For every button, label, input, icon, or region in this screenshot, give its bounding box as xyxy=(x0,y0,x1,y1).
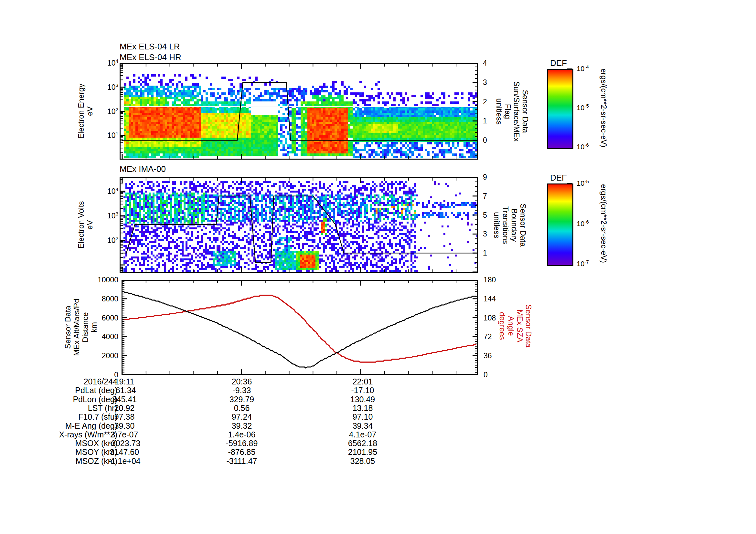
sza-ytick: 36 xyxy=(483,352,492,360)
exponent: 2 xyxy=(116,236,118,241)
table-cell: 19:11 xyxy=(89,377,160,386)
els-right-axis-label: Sensor DataSun/Surface/MExFlagunitless xyxy=(495,81,530,142)
axis-label-line: Distance xyxy=(81,298,90,356)
table-cell: 97.10 xyxy=(327,413,398,421)
exponent: -5 xyxy=(584,103,589,109)
ima-flag-tick: 9 xyxy=(483,173,487,181)
exponent: -6 xyxy=(584,142,589,148)
axis-label-line: Sensor Data xyxy=(63,298,72,356)
els-ytick: 102 xyxy=(74,108,118,115)
sza-ytick: 0 xyxy=(483,371,488,379)
table-cell: 1.4e-06 xyxy=(206,430,277,439)
table-cell: 20.92 xyxy=(89,404,160,413)
alt-ytick: 6000 xyxy=(74,314,118,322)
axis-label-line: Transitions xyxy=(501,204,510,246)
axis-label-line: unitless xyxy=(495,81,503,142)
els-spectrogram-canvas xyxy=(120,63,478,160)
table-cell: 13.18 xyxy=(327,404,398,413)
exponent: -7 xyxy=(584,259,589,265)
sza-ytick: 108 xyxy=(483,314,496,322)
els-flag-tick: 4 xyxy=(483,59,487,67)
ima-flag-tick: 1 xyxy=(483,249,487,257)
table-cell: 0.56 xyxy=(206,404,277,413)
table-cell: 130.49 xyxy=(327,395,398,404)
axis-label-line: MEx Alt/Mars/Pd xyxy=(72,298,81,356)
table-cell: -3023.73 xyxy=(89,439,160,448)
alt-ytick: 4000 xyxy=(74,333,118,341)
alt-ytick: 10000 xyxy=(74,276,118,284)
ima-panel-title: MEx IMA-00 xyxy=(120,164,166,174)
sza-ytick: 144 xyxy=(483,295,496,303)
table-cell: -876.85 xyxy=(206,448,277,456)
ima-flag-tick: 5 xyxy=(483,211,487,219)
ima-right-axis-label: Sensor DataBoundaryTransitionsunitless xyxy=(493,204,527,246)
exponent: 4 xyxy=(116,187,118,192)
axis-label-line: Angle xyxy=(507,304,516,347)
els-flag-tick: 3 xyxy=(483,79,487,86)
axis-label-line: Sensor Data xyxy=(524,304,533,347)
els-title-line1: MEx ELS-04 LR xyxy=(120,41,181,52)
ima-flag-tick: 3 xyxy=(483,230,487,238)
ima-ytick: 103 xyxy=(74,212,118,220)
table-cell: 39.30 xyxy=(89,421,160,430)
axis-label-line: unitless xyxy=(493,204,501,246)
els-flag-tick: 1 xyxy=(483,117,487,125)
sza-right-axis-label: Sensor DataMEx SZAAngledegrees xyxy=(498,304,533,347)
colorbar-ima-title: DEF xyxy=(550,174,567,182)
axis-label-line: degrees xyxy=(498,304,507,347)
sza-ytick: 180 xyxy=(483,276,496,284)
colorbar-tick: 10-4 xyxy=(577,65,589,73)
colorbar-ima-unit-label: ergs/(cm**2-sr-sec-eV) xyxy=(600,184,608,263)
els-panel-title: MEx ELS-04 LR MEx ELS-04 HR xyxy=(120,41,181,63)
table-cell: 2101.95 xyxy=(327,448,398,456)
ima-ytick: 102 xyxy=(74,237,118,244)
colorbar-els-title: DEF xyxy=(550,59,567,67)
colorbar-tick: 10-6 xyxy=(577,143,589,151)
colorbar-els xyxy=(547,69,573,149)
axis-label-line: Boundary xyxy=(510,204,519,246)
ima-ytick: 104 xyxy=(74,187,118,195)
table-cell: -3111.47 xyxy=(206,457,277,466)
els-title-line2: MEx ELS-04 HR xyxy=(120,52,181,63)
colorbar-ima xyxy=(547,184,573,266)
plot-page: MEx ELS-04 LR MEx ELS-04 HR MEx IMA-00 E… xyxy=(0,0,756,534)
table-cell: 20:36 xyxy=(206,377,277,386)
table-cell: 6562.18 xyxy=(327,439,398,448)
axis-label-line: Sensor Data xyxy=(519,204,527,246)
colorbar-tick: 10-5 xyxy=(577,104,589,112)
els-ytick: 101 xyxy=(74,132,118,139)
table-cell: -61.34 xyxy=(89,386,160,395)
table-cell: 345.41 xyxy=(89,395,160,404)
table-cell: -17.10 xyxy=(327,386,398,395)
table-cell: -9.33 xyxy=(206,386,277,395)
ima-spectrogram-canvas xyxy=(120,177,478,273)
altitude-y-axis-label: Sensor DataMEx Alt/Mars/PdDistancekm xyxy=(63,298,98,356)
exponent: 3 xyxy=(116,82,118,88)
exponent: 4 xyxy=(116,58,118,64)
table-cell: 3.7e-07 xyxy=(89,430,160,439)
table-cell: 4.1e-07 xyxy=(327,430,398,439)
table-cell: 97.24 xyxy=(206,413,277,421)
colorbar-tick: 10-6 xyxy=(577,220,589,228)
table-cell: 97.38 xyxy=(89,413,160,421)
axis-label-line: Flag xyxy=(503,81,512,142)
exponent: 3 xyxy=(116,211,118,216)
exponent: -5 xyxy=(584,179,589,184)
axis-label-line: km xyxy=(90,298,98,356)
exponent: 2 xyxy=(116,107,118,112)
table-cell: -5916.89 xyxy=(206,439,277,448)
axis-label-line: MEx SZA xyxy=(516,304,524,347)
exponent: -4 xyxy=(584,64,589,69)
colorbar-tick: 10-7 xyxy=(577,260,589,268)
colorbar-tick: 10-5 xyxy=(577,180,589,187)
altitude-sza-line-canvas xyxy=(122,280,478,375)
els-flag-tick: 2 xyxy=(483,98,487,106)
table-cell: 22:01 xyxy=(327,377,398,386)
table-cell: -1.1e+04 xyxy=(89,457,160,466)
alt-ytick: 8000 xyxy=(74,295,118,303)
axis-label-line: Sensor Data xyxy=(521,81,530,142)
exponent: -6 xyxy=(584,219,589,224)
els-flag-tick: 0 xyxy=(483,136,487,144)
table-cell: 39.32 xyxy=(206,421,277,430)
els-ytick: 104 xyxy=(74,59,118,67)
